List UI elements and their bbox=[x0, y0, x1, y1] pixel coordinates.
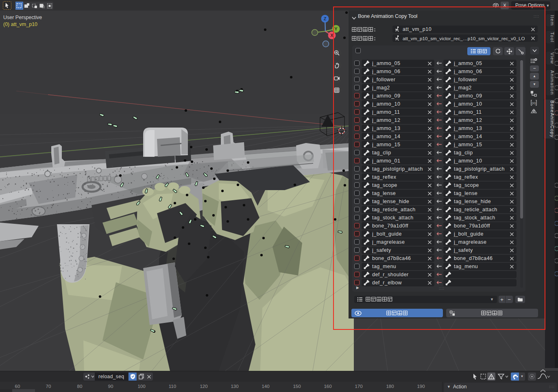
svg-text:Z: Z bbox=[324, 16, 327, 21]
